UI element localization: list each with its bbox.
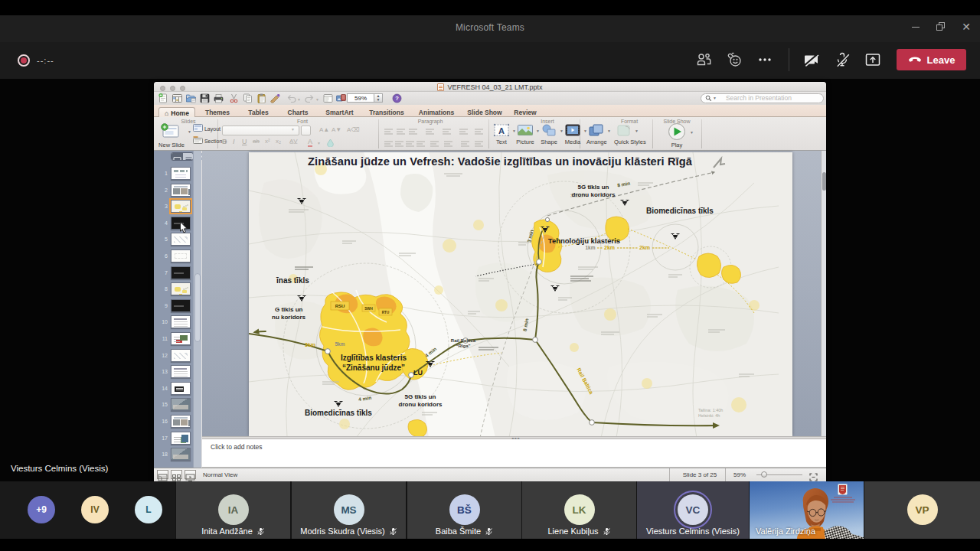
format-painter-icon[interactable] <box>270 93 281 104</box>
paragraph-tool-button[interactable] <box>408 126 418 134</box>
bold-button[interactable]: B <box>222 138 227 145</box>
fit-slide-icon[interactable] <box>809 471 818 479</box>
subscript-button[interactable]: x₂ <box>276 138 281 145</box>
close-icon[interactable]: ✕ <box>961 21 972 32</box>
undo-icon[interactable] <box>286 93 297 104</box>
font-size-combo[interactable] <box>301 126 311 135</box>
tab-slide-show[interactable]: Slide Show <box>462 107 507 118</box>
tab-home[interactable]: ⌂Home <box>158 107 195 118</box>
tab-review[interactable]: Review <box>509 107 541 118</box>
paragraph-align-button[interactable] <box>416 138 426 146</box>
strikethrough-button[interactable]: ab <box>253 138 260 145</box>
paragraph-align-button[interactable] <box>405 138 415 146</box>
new-presentation-icon[interactable] <box>158 93 169 104</box>
panel-scrollbar[interactable] <box>193 151 201 468</box>
show-formatting-icon[interactable] <box>322 93 334 104</box>
slide-thumbnail[interactable] <box>171 249 191 262</box>
italic-button[interactable]: I <box>233 138 235 145</box>
participant-tile[interactable]: MSModris Skudra (Viesis) <box>292 481 406 539</box>
paragraph-align-button[interactable] <box>430 138 439 146</box>
camera-off-icon[interactable] <box>802 51 821 69</box>
underline-button[interactable]: U <box>242 138 247 145</box>
cut-icon[interactable] <box>228 93 240 104</box>
font-tool-button[interactable]: A▲ <box>319 126 329 133</box>
tab-animations[interactable]: Animations <box>413 107 460 118</box>
save-icon[interactable] <box>199 93 211 104</box>
participant-tile[interactable]: LKLiene Kubiļus <box>522 481 636 539</box>
slide-thumbnail[interactable] <box>171 382 191 395</box>
slide-thumbnail[interactable] <box>171 167 191 180</box>
slide-thumbnail[interactable] <box>171 398 191 411</box>
leave-button[interactable]: Leave <box>897 49 966 70</box>
shape-button[interactable]: Shape <box>539 123 559 149</box>
paragraph-tool-button[interactable] <box>442 126 452 134</box>
slide-thumbnail[interactable] <box>171 299 191 312</box>
sorter-view-button[interactable] <box>171 470 182 479</box>
paragraph-tool-button[interactable] <box>396 126 406 134</box>
slide-thumbnail[interactable] <box>171 432 191 445</box>
paragraph-align-button[interactable] <box>443 138 453 146</box>
normal-pane-toggle[interactable] <box>172 153 183 161</box>
participant-avatar[interactable]: IV <box>81 496 109 523</box>
notes-pane[interactable]: Click to add notes <box>202 439 826 468</box>
help-icon[interactable]: ? <box>391 93 403 104</box>
tab-smartart[interactable]: SmartArt <box>318 107 361 118</box>
canvas-scrollbar[interactable] <box>821 151 826 436</box>
print-icon[interactable] <box>213 93 224 104</box>
zoom-stepper[interactable]: ▲▼ <box>374 93 383 103</box>
slide-thumbnail[interactable] <box>171 315 191 328</box>
restore-icon[interactable] <box>936 22 946 31</box>
superscript-button[interactable]: x² <box>265 138 270 145</box>
slide-thumbnail[interactable] <box>171 415 191 428</box>
redo-icon[interactable] <box>304 93 315 104</box>
participant-avatar[interactable]: L <box>135 496 162 523</box>
open-gallery-icon[interactable] <box>172 93 183 104</box>
reactions-icon[interactable] <box>725 51 743 69</box>
font-tool-button[interactable]: A▼ <box>332 126 341 133</box>
paragraph-tool-button[interactable] <box>459 126 469 134</box>
zoom-slider-knob[interactable] <box>761 471 767 478</box>
overflow-avatar[interactable]: +9 <box>28 496 55 523</box>
slide-thumbnail[interactable] <box>171 184 191 197</box>
search-field[interactable]: ▼ Search in Presentation <box>701 93 824 103</box>
slide-thumbnail[interactable] <box>171 448 191 461</box>
slide-thumbnail[interactable] <box>171 349 191 362</box>
slide-thumbnail[interactable] <box>171 266 191 279</box>
highlight-button[interactable] <box>326 139 335 147</box>
picture-button[interactable]: Picture <box>515 123 535 149</box>
tab-themes[interactable]: Themes <box>198 107 237 118</box>
participant-tile[interactable]: BŠBaiba Šmite <box>407 481 521 539</box>
media-browser-icon[interactable] <box>335 93 347 104</box>
text-button[interactable]: AText <box>492 123 511 149</box>
participant-tile[interactable]: IAInita Andžāne <box>176 481 290 539</box>
paragraph-tool-button[interactable] <box>425 126 435 134</box>
play-button[interactable]: Play <box>665 122 688 148</box>
copy-icon[interactable] <box>242 93 253 104</box>
participant-video-tile[interactable]: Valērija Zirdziņa <box>750 481 864 539</box>
open-file-icon[interactable] <box>185 93 197 104</box>
font-color-button[interactable]: A <box>308 138 312 147</box>
normal-view-button[interactable] <box>157 470 168 479</box>
slide-thumbnail[interactable] <box>171 365 191 378</box>
quick-styles-button[interactable]: Quick Styles <box>614 123 634 149</box>
media-button[interactable]: Media <box>563 123 583 149</box>
slide-thumbnail[interactable] <box>171 282 191 295</box>
paragraph-align-button[interactable] <box>460 138 470 146</box>
mic-off-icon[interactable] <box>833 51 851 69</box>
zoom-value-box[interactable]: 59% <box>347 93 374 103</box>
paragraph-tool-button[interactable] <box>474 126 484 134</box>
slideshow-view-button[interactable] <box>185 470 196 479</box>
section-button[interactable]: Section ▼ <box>193 136 222 146</box>
share-screen-icon[interactable] <box>864 51 882 69</box>
tab-tables[interactable]: Tables <box>240 107 277 118</box>
outline-pane-toggle[interactable] <box>183 153 194 161</box>
tab-transitions[interactable]: Transitions <box>363 107 410 118</box>
minimize-icon[interactable] <box>910 21 921 32</box>
paragraph-tool-button[interactable] <box>384 126 394 134</box>
participants-icon[interactable] <box>694 51 713 69</box>
participant-tile[interactable]: VP <box>864 481 980 539</box>
paragraph-align-button[interactable] <box>394 138 404 146</box>
participant-tile-speaking[interactable]: VCViesturs Celmins (Viesis) <box>637 481 749 539</box>
paragraph-align-button[interactable] <box>474 138 484 146</box>
slide-thumbnail[interactable] <box>171 200 191 213</box>
